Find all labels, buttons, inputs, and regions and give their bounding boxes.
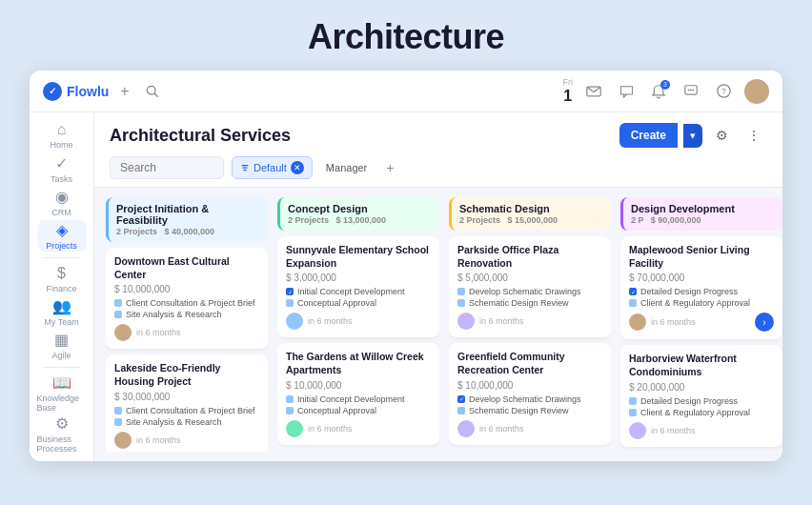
card-avatar — [629, 422, 646, 439]
sidebar-label-agile: Agile — [51, 351, 71, 360]
tag-checkbox — [286, 299, 294, 307]
sidebar-label-knowledge: Knowledge Base — [37, 394, 87, 413]
filter-clear-button[interactable]: ✕ — [291, 161, 304, 174]
chat-icon[interactable] — [615, 80, 638, 103]
add-view-button[interactable]: + — [380, 158, 399, 177]
card-footer: in 6 months — [457, 420, 602, 437]
card-footer: in 6 months — [114, 432, 259, 449]
kanban-card[interactable]: Sunnyvale Elementary School Expansion $ … — [277, 236, 439, 337]
svg-point-6 — [692, 89, 694, 91]
processes-icon: ⚙ — [55, 414, 69, 433]
card-tag: Initial Concept Development — [286, 394, 431, 404]
col-title: Design Development — [631, 203, 775, 214]
tag-checkbox — [457, 407, 465, 414]
create-caret-button[interactable]: ▾ — [683, 124, 702, 148]
message-icon[interactable] — [680, 80, 702, 103]
kanban-col-initiation: Project Initiation & Feasibility 2 Proje… — [106, 197, 268, 452]
logo-text: Flowlu — [67, 84, 109, 99]
more-options-icon[interactable]: ⋮ — [741, 122, 767, 149]
card-tag: ✓ Initial Concept Development — [286, 287, 431, 296]
manager-button[interactable]: Manager — [320, 158, 373, 177]
card-title: Lakeside Eco-Friendly Housing Project — [114, 362, 259, 388]
filter-default-button[interactable]: Default ✕ — [232, 156, 313, 179]
kanban-card[interactable]: Parkside Office Plaza Renovation $ 5,000… — [449, 236, 611, 337]
kanban-card[interactable]: Downtown East Cultural Center $ 10,000,0… — [106, 248, 268, 349]
kanban-cards-concept: Sunnyvale Elementary School Expansion $ … — [277, 236, 439, 452]
kanban-col-concept: Concept Design 2 Projects $ 13,000,000 S… — [277, 197, 439, 452]
svg-line-1 — [154, 93, 157, 96]
tag-checkbox — [457, 288, 465, 295]
sidebar-item-knowledge[interactable]: 📖 Knowledge Base — [37, 374, 87, 413]
col-meta: 2 Projects $ 40,000,000 — [116, 227, 260, 236]
top-bar-add-button[interactable]: + — [118, 83, 131, 100]
kanban-card[interactable]: Harborview Waterfront Condominiums $ 20,… — [620, 345, 782, 446]
card-title: Downtown East Cultural Center — [114, 255, 259, 281]
card-avatar — [629, 313, 646, 331]
top-bar: ✓ Flowlu + Fri 1 — [30, 71, 782, 112]
sidebar-item-processes[interactable]: ⚙ Business Processes — [37, 414, 87, 454]
sidebar-item-crm[interactable]: ◉ CRM — [37, 187, 87, 218]
card-avatar — [114, 324, 132, 341]
help-icon[interactable]: ? — [712, 80, 735, 103]
kanban-cards-initiation: Downtown East Cultural Center $ 10,000,0… — [106, 248, 268, 452]
settings-icon[interactable]: ⚙ — [708, 122, 735, 149]
knowledge-icon: 📖 — [52, 374, 71, 392]
tag-checkbox — [114, 299, 122, 307]
sidebar-item-agile[interactable]: ▦ Agile — [37, 330, 87, 361]
col-title: Project Initiation & Feasibility — [116, 203, 260, 226]
card-amount: $ 5,000,000 — [457, 273, 602, 283]
sidebar-item-tasks[interactable]: ✓ Tasks — [37, 153, 87, 185]
sidebar-item-finance[interactable]: $ Finance — [37, 263, 87, 294]
tag-checkbox — [286, 407, 294, 414]
create-button[interactable]: Create — [619, 123, 678, 148]
sidebar-divider-1 — [43, 257, 81, 258]
projects-icon: ◈ — [56, 221, 68, 239]
tag-checkbox — [629, 299, 637, 307]
app-window: ✓ Flowlu + Fri 1 — [30, 71, 782, 461]
search-input[interactable] — [110, 156, 224, 179]
tag-checkbox-checked: ✓ — [286, 288, 294, 295]
card-title: Greenfield Community Recreation Center — [457, 351, 602, 376]
kanban-card[interactable]: Lakeside Eco-Friendly Housing Project $ … — [106, 354, 268, 452]
kanban-col-header-concept: Concept Design 2 Projects $ 13,000,000 — [277, 197, 439, 231]
sidebar-item-home[interactable]: ⌂ Home — [37, 120, 87, 152]
search-icon[interactable] — [141, 80, 164, 103]
card-time: in 6 months — [651, 317, 696, 327]
tag-checkbox — [457, 299, 465, 307]
user-avatar[interactable] — [744, 79, 769, 104]
logo[interactable]: ✓ Flowlu — [43, 82, 109, 101]
card-tag: Schematic Design Review — [457, 406, 602, 415]
tag-checkbox — [286, 395, 294, 403]
kanban-col-header-initiation: Project Initiation & Feasibility 2 Proje… — [106, 197, 268, 242]
card-tag: Conceptual Approval — [286, 298, 431, 308]
date-display: Fri 1 — [563, 78, 574, 104]
kanban-card[interactable]: The Gardens at Willow Creek Apartments $… — [277, 343, 439, 444]
col-title: Concept Design — [288, 203, 432, 214]
card-footer: in 6 months — [286, 420, 431, 437]
bell-badge: 3 — [660, 80, 670, 90]
kanban-card[interactable]: Greenfield Community Recreation Center $… — [449, 343, 611, 444]
card-footer: in 6 months — [629, 422, 774, 439]
svg-point-5 — [690, 89, 692, 91]
svg-text:?: ? — [721, 87, 726, 96]
tag-checkbox — [629, 397, 637, 405]
sidebar-item-myteam[interactable]: 👥 My Team — [37, 296, 87, 328]
content-header: Architectural Services Create ▾ ⚙ ⋮ — [94, 112, 782, 188]
col-title: Schematic Design — [459, 203, 603, 214]
bell-icon[interactable]: 3 — [647, 80, 670, 103]
tag-checkbox — [114, 418, 122, 426]
card-arrow-button[interactable]: › — [755, 313, 774, 332]
toolbar: Default ✕ Manager + — [110, 156, 767, 187]
card-tag: Site Analysis & Research — [114, 310, 259, 319]
sidebar-item-projects[interactable]: ◈ Projects — [37, 220, 87, 252]
card-avatar — [286, 420, 303, 437]
sidebar-label-crm: CRM — [51, 208, 71, 217]
card-footer: in 6 months › — [629, 313, 774, 332]
tag-checkbox-checked: ✓ — [457, 395, 465, 403]
card-footer: in 6 months — [114, 324, 259, 341]
page-title: Architecture — [308, 17, 504, 57]
kanban-card[interactable]: Maplewood Senior Living Facility $ 70,00… — [620, 236, 782, 339]
card-tag: Client & Regulatory Approval — [629, 298, 774, 308]
mail-icon[interactable] — [582, 80, 605, 103]
card-tag: Develop Schematic Drawings — [457, 287, 602, 296]
